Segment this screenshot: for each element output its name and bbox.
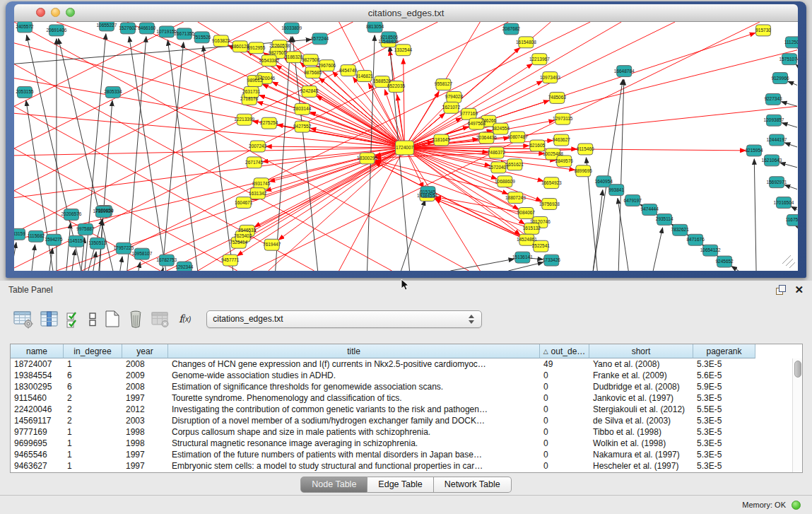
- table-cell[interactable]: 1: [64, 449, 122, 460]
- table-cell[interactable]: 9463627: [11, 460, 64, 472]
- table-cell[interactable]: Jankovic et al. (1997): [589, 392, 693, 404]
- table-cell[interactable]: 18300295: [11, 381, 64, 392]
- table-cell[interactable]: 2012: [122, 404, 168, 415]
- table-cell[interactable]: 9699695: [11, 438, 64, 449]
- table-row[interactable]: 2242004622012Investigating the contribut…: [11, 404, 802, 415]
- table-cell[interactable]: Disruption of a novel member of a sodium…: [168, 415, 540, 426]
- table-cell[interactable]: 5.6E-5: [693, 370, 755, 381]
- table-cell[interactable]: 2003: [122, 415, 168, 426]
- table-row[interactable]: 1830029562008Estimation of significance …: [11, 381, 802, 392]
- table-cell[interactable]: Nakamura et al. (1997): [589, 449, 693, 460]
- scrollbar-thumb[interactable]: [794, 361, 801, 378]
- table-cell[interactable]: 0: [540, 449, 589, 460]
- minimize-window-button[interactable]: [51, 8, 60, 17]
- show-columns-icon[interactable]: [39, 310, 60, 329]
- table-cell[interactable]: 1: [64, 426, 122, 438]
- table-cell[interactable]: 5.5E-5: [693, 404, 755, 415]
- table-cell[interactable]: 5.3E-5: [693, 415, 755, 426]
- column-header-in_degree[interactable]: in_degree: [64, 344, 122, 358]
- table-cell[interactable]: 6: [64, 381, 122, 392]
- table-cell[interactable]: 1997: [122, 449, 168, 460]
- table-cell[interactable]: 9115460: [11, 392, 64, 404]
- table-cell[interactable]: 1: [64, 358, 122, 370]
- table-cell[interactable]: Tourette syndrome. Phenomenology and cla…: [168, 392, 540, 404]
- table-cell[interactable]: 0: [540, 415, 589, 426]
- column-header-pagerank[interactable]: pagerank: [693, 344, 755, 358]
- table-cell[interactable]: 5.9E-5: [693, 381, 755, 392]
- table-cell[interactable]: Structural magnetic resonance image aver…: [168, 438, 540, 449]
- table-cell[interactable]: Estimation of significance thresholds fo…: [168, 381, 540, 392]
- table-cell[interactable]: de Silva et al. (2003): [589, 415, 693, 426]
- table-row[interactable]: 1938455462009Genome-wide association stu…: [11, 370, 802, 381]
- column-header-short[interactable]: short: [589, 344, 693, 358]
- function-builder-icon[interactable]: f(x): [179, 313, 191, 325]
- network-canvas[interactable]: 1724007916382288601288912955222605389827…: [14, 22, 798, 271]
- table-cell[interactable]: 0: [540, 460, 589, 472]
- table-cell[interactable]: 2: [64, 415, 122, 426]
- new-column-icon[interactable]: [103, 309, 122, 329]
- table-cell[interactable]: 0: [540, 426, 589, 438]
- table-cell[interactable]: Estimation of the future numbers of pati…: [168, 449, 540, 460]
- network-window-titlebar[interactable]: citations_edges.txt: [14, 4, 798, 22]
- float-panel-icon[interactable]: [776, 285, 786, 295]
- table-cell[interactable]: 1998: [122, 426, 168, 438]
- table-cell[interactable]: 2008: [122, 381, 168, 392]
- table-cell[interactable]: 5.3E-5: [693, 358, 755, 370]
- table-cell[interactable]: Tibbo et al. (1998): [589, 426, 693, 438]
- table-cell[interactable]: 0: [540, 381, 589, 392]
- resize-grip-icon[interactable]: [786, 259, 793, 266]
- table-cell[interactable]: Embryonic stem cells: a model to study s…: [168, 460, 540, 472]
- table-row[interactable]: 946554611997Estimation of the future num…: [11, 449, 802, 460]
- table-cell[interactable]: 0: [540, 404, 589, 415]
- delete-table-icon[interactable]: [150, 310, 170, 329]
- row-pair-icon[interactable]: [87, 310, 98, 329]
- table-cell[interactable]: 5.3E-5: [693, 449, 755, 460]
- table-cell[interactable]: Investigating the contribution of common…: [168, 404, 540, 415]
- zoom-window-button[interactable]: [66, 8, 75, 17]
- table-cell[interactable]: Corpus callosum shape and size in male p…: [168, 426, 540, 438]
- tab-node-table[interactable]: Node Table: [300, 477, 367, 493]
- table-mode-icon[interactable]: [13, 310, 34, 329]
- network-graph[interactable]: 1724007916382288601288912955222605389827…: [14, 22, 798, 271]
- tab-edge-table[interactable]: Edge Table: [367, 477, 433, 493]
- table-cell[interactable]: 2009: [122, 370, 168, 381]
- table-cell[interactable]: Hescheler et al. (1997): [589, 460, 693, 472]
- select-rows-icon[interactable]: [65, 310, 82, 329]
- table-cell[interactable]: 14569117: [11, 415, 64, 426]
- tab-network-table[interactable]: Network Table: [434, 477, 512, 493]
- table-cell[interactable]: 5.3E-5: [693, 392, 755, 404]
- table-row[interactable]: 946362711997Embryonic stem cells: a mode…: [11, 460, 802, 472]
- table-row[interactable]: 977716911998Corpus callosum shape and si…: [11, 426, 802, 438]
- vertical-scrollbar[interactable]: [792, 358, 802, 472]
- table-cell[interactable]: Franke et al. (2009): [589, 370, 693, 381]
- table-cell[interactable]: 0: [540, 392, 589, 404]
- table-cell[interactable]: 49: [540, 358, 589, 370]
- table-cell[interactable]: 2: [64, 404, 122, 415]
- table-cell[interactable]: Yano et al. (2008): [589, 358, 693, 370]
- table-cell[interactable]: 1998: [122, 438, 168, 449]
- close-window-button[interactable]: [36, 8, 45, 17]
- table-cell[interactable]: 19384554: [11, 370, 64, 381]
- close-panel-icon[interactable]: ✕: [794, 285, 804, 295]
- table-row[interactable]: 911546021997Tourette syndrome. Phenomeno…: [11, 392, 802, 404]
- column-header-out_de[interactable]: △out_de…: [540, 344, 589, 358]
- table-cell[interactable]: Changes of HCN gene expression and I(f) …: [168, 358, 540, 370]
- table-cell[interactable]: Dudbridge et al. (2008): [589, 381, 693, 392]
- table-cell[interactable]: 1997: [122, 460, 168, 472]
- table-cell[interactable]: 2: [64, 392, 122, 404]
- network-table-select[interactable]: citations_edges.txt: [206, 310, 482, 328]
- table-cell[interactable]: 18724007: [11, 358, 64, 370]
- table-cell[interactable]: 1997: [122, 392, 168, 404]
- table-cell[interactable]: 1: [64, 438, 122, 449]
- table-cell[interactable]: 5.3E-5: [693, 460, 755, 472]
- table-cell[interactable]: 0: [540, 438, 589, 449]
- column-header-year[interactable]: year: [122, 344, 168, 358]
- table-cell[interactable]: Genome-wide association studies in ADHD.: [168, 370, 540, 381]
- table-cell[interactable]: Stergiakouli et al. (2012): [589, 404, 693, 415]
- table-row[interactable]: 969969511998Structural magnetic resonanc…: [11, 438, 802, 449]
- table-cell[interactable]: 6: [64, 370, 122, 381]
- column-header-title[interactable]: title: [168, 344, 540, 358]
- table-cell[interactable]: 9777169: [11, 426, 64, 438]
- table-cell[interactable]: 2008: [122, 358, 168, 370]
- column-header-name[interactable]: name: [11, 344, 64, 358]
